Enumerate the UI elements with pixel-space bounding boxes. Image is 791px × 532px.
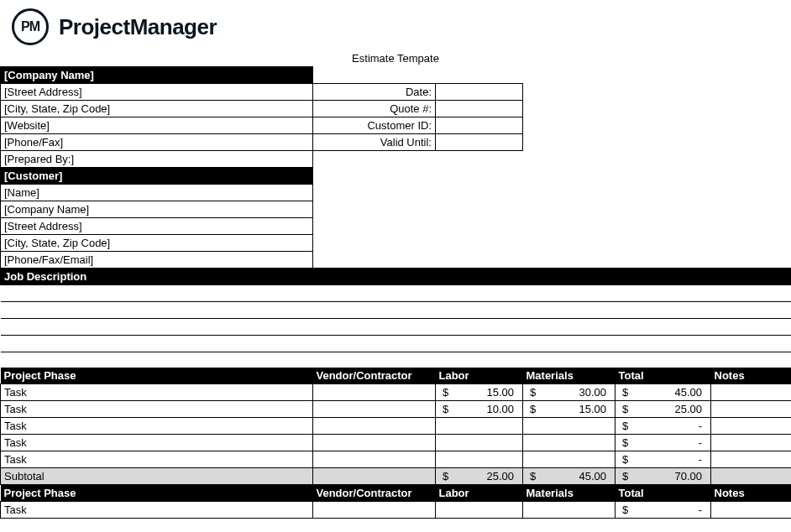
customer-city[interactable]: [City, State, Zip Code] bbox=[1, 235, 313, 252]
notes-cell[interactable] bbox=[711, 435, 792, 451]
task-label[interactable]: Task bbox=[1, 418, 313, 435]
spacer bbox=[1, 352, 792, 368]
total-cell: $- bbox=[616, 451, 711, 468]
notes-cell[interactable] bbox=[711, 502, 792, 519]
materials-cell[interactable] bbox=[523, 502, 616, 519]
col-labor: Labor bbox=[436, 368, 523, 384]
meta-quote-label: Quote #: bbox=[313, 101, 436, 117]
vendor-cell[interactable] bbox=[313, 435, 436, 451]
notes-cell[interactable] bbox=[711, 384, 792, 401]
total-value: - bbox=[699, 436, 707, 449]
currency-symbol: $ bbox=[526, 386, 536, 399]
table-row: Task $- bbox=[1, 418, 792, 435]
meta-customerid-value[interactable] bbox=[436, 117, 523, 134]
company-street[interactable]: [Street Address] bbox=[1, 84, 313, 101]
meta-validuntil-value[interactable] bbox=[436, 134, 523, 151]
job-desc-line[interactable] bbox=[1, 302, 792, 319]
labor-value: 25.00 bbox=[486, 470, 519, 482]
labor-value: 15.00 bbox=[486, 386, 519, 399]
spacer bbox=[313, 235, 792, 252]
labor-cell[interactable] bbox=[436, 418, 523, 435]
labor-cell[interactable] bbox=[436, 502, 523, 519]
estimate-sheet: [Company Name] [Street Address] Date: [C… bbox=[0, 66, 791, 519]
spacer bbox=[523, 134, 792, 151]
notes-cell[interactable] bbox=[711, 401, 792, 418]
customer-name[interactable]: [Name] bbox=[1, 185, 313, 201]
company-city[interactable]: [City, State, Zip Code] bbox=[1, 101, 313, 117]
task-label[interactable]: Task bbox=[1, 384, 313, 401]
vendor-cell[interactable] bbox=[313, 451, 436, 468]
task-label[interactable]: Task bbox=[1, 451, 313, 468]
table-row: Task $10.00 $15.00 $25.00 bbox=[1, 401, 792, 418]
customer-header: [Customer] bbox=[1, 168, 313, 185]
col-notes: Notes bbox=[711, 485, 792, 502]
total-cell: $- bbox=[616, 418, 711, 435]
spacer bbox=[313, 252, 792, 269]
total-value: - bbox=[699, 453, 707, 466]
total-value: 70.00 bbox=[674, 470, 707, 482]
vendor-cell[interactable] bbox=[313, 418, 436, 435]
notes-cell[interactable] bbox=[711, 418, 792, 435]
total-value: - bbox=[699, 503, 707, 516]
task-label[interactable]: Task bbox=[1, 502, 313, 519]
col-phase: Project Phase bbox=[1, 368, 313, 384]
col-materials: Materials bbox=[523, 485, 616, 502]
meta-date-value[interactable] bbox=[436, 84, 523, 101]
col-materials: Materials bbox=[523, 368, 616, 384]
col-total: Total bbox=[616, 485, 711, 502]
job-desc-line[interactable] bbox=[1, 285, 792, 302]
task-label[interactable]: Task bbox=[1, 435, 313, 451]
table-row: Task $- bbox=[1, 502, 792, 519]
meta-customerid-label: Customer ID: bbox=[313, 117, 436, 134]
subtotal-row: Subtotal $25.00 $45.00 $70.00 bbox=[1, 468, 792, 485]
vendor-cell[interactable] bbox=[313, 502, 436, 519]
labor-cell[interactable]: $10.00 bbox=[436, 401, 523, 418]
materials-cell[interactable] bbox=[523, 451, 616, 468]
company-preparedby[interactable]: [Prepared By:] bbox=[1, 151, 313, 168]
labor-subtotal: $25.00 bbox=[436, 468, 523, 485]
col-total: Total bbox=[616, 368, 711, 384]
col-phase: Project Phase bbox=[1, 485, 313, 502]
currency-symbol: $ bbox=[619, 503, 628, 516]
currency-symbol: $ bbox=[619, 453, 628, 466]
currency-symbol: $ bbox=[619, 386, 628, 399]
labor-cell[interactable] bbox=[436, 435, 523, 451]
notes-cell[interactable] bbox=[711, 451, 792, 468]
col-labor: Labor bbox=[436, 485, 523, 502]
customer-street[interactable]: [Street Address] bbox=[1, 218, 313, 235]
customer-phone[interactable]: [Phone/Fax/Email] bbox=[1, 252, 313, 269]
total-cell: $- bbox=[616, 435, 711, 451]
materials-cell[interactable] bbox=[523, 435, 616, 451]
materials-value: 45.00 bbox=[579, 470, 611, 482]
spacer bbox=[313, 67, 792, 84]
currency-symbol: $ bbox=[526, 403, 536, 415]
vendor-cell[interactable] bbox=[313, 384, 436, 401]
labor-cell[interactable]: $15.00 bbox=[436, 384, 523, 401]
notes-cell bbox=[711, 468, 792, 485]
company-phone[interactable]: [Phone/Fax] bbox=[1, 134, 313, 151]
currency-symbol: $ bbox=[526, 470, 536, 482]
brand-badge-text: PM bbox=[21, 19, 39, 34]
vendor-cell[interactable] bbox=[313, 401, 436, 418]
meta-quote-value[interactable] bbox=[436, 101, 523, 117]
currency-symbol: $ bbox=[439, 386, 448, 399]
materials-cell[interactable] bbox=[523, 418, 616, 435]
materials-value: 15.00 bbox=[579, 403, 611, 415]
table-row: Task $- bbox=[1, 451, 792, 468]
total-value: 45.00 bbox=[674, 386, 707, 399]
currency-symbol: $ bbox=[619, 403, 628, 415]
job-description-header: Job Description bbox=[1, 269, 792, 285]
table-row: Task $15.00 $30.00 $45.00 bbox=[1, 384, 792, 401]
customer-company[interactable]: [Company Name] bbox=[1, 201, 313, 218]
currency-symbol: $ bbox=[439, 403, 448, 415]
materials-cell[interactable]: $30.00 bbox=[523, 384, 616, 401]
materials-cell[interactable]: $15.00 bbox=[523, 401, 616, 418]
job-desc-line[interactable] bbox=[1, 336, 792, 352]
total-cell: $- bbox=[616, 502, 711, 519]
job-desc-line[interactable] bbox=[1, 319, 792, 336]
task-label[interactable]: Task bbox=[1, 401, 313, 418]
labor-cell[interactable] bbox=[436, 451, 523, 468]
col-notes: Notes bbox=[711, 368, 792, 384]
vendor-cell bbox=[313, 468, 436, 485]
company-website[interactable]: [Website] bbox=[1, 117, 313, 134]
